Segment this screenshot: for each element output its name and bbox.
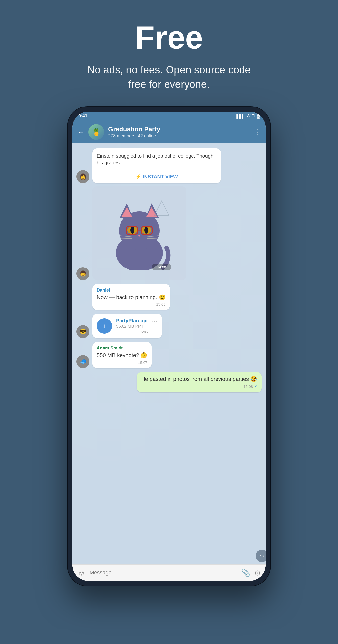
status-bar: 9:41 ▌▌▌ WiFi ▓ bbox=[72, 112, 266, 121]
instant-view-label: INSTANT VIEW bbox=[143, 174, 178, 180]
phone-outer: 9:41 ▌▌▌ WiFi ▓ ← 🍍 Graduation Party 278… bbox=[67, 107, 271, 586]
status-time: 9:41 bbox=[78, 114, 87, 119]
chat-bubble: Daniel Now — back to planning. 😉 15:06 bbox=[92, 284, 170, 310]
input-bar: ☺ 📎 ⊙ bbox=[72, 564, 266, 581]
chat-body: 👩 Einstein struggled to find a job out o… bbox=[72, 144, 266, 564]
message-row: 😎 ↓ PartyPlan.ppt 550.2 MB PPT 15:06 bbox=[76, 314, 262, 338]
file-download-button[interactable]: ↓ bbox=[97, 318, 112, 334]
lightning-icon: ⚡ bbox=[135, 174, 141, 179]
message-row: 🧢 Adam Smidt 550 MB keynote? 🤔 15:07 bbox=[76, 342, 262, 368]
group-name: Graduation Party bbox=[108, 125, 250, 133]
back-button[interactable]: ← bbox=[77, 128, 84, 136]
header-menu-button[interactable]: ⋮ bbox=[254, 128, 261, 136]
sender-name: Adam Smidt bbox=[97, 346, 147, 351]
sender-name: Daniel bbox=[97, 288, 166, 293]
phone-wrapper: 9:41 ▌▌▌ WiFi ▓ ← 🍍 Graduation Party 278… bbox=[67, 107, 271, 601]
group-info: Graduation Party 278 members, 42 online bbox=[108, 125, 250, 139]
avatar: 😎 bbox=[76, 325, 89, 338]
iv-text: Einstein struggled to find a job out of … bbox=[92, 148, 221, 170]
bubble-text: 550 MB keynote? 🤔 bbox=[97, 352, 147, 360]
file-info: PartyPlan.ppt 550.2 MB PPT 15:06 bbox=[116, 318, 148, 334]
cat-sticker-svg: 14:58 bbox=[105, 196, 174, 270]
instant-view-button[interactable]: ⚡ INSTANT VIEW bbox=[92, 170, 221, 183]
attach-button[interactable]: 📎 bbox=[241, 568, 250, 577]
message-row-outgoing: He pasted in photos from all previous pa… bbox=[76, 372, 262, 392]
hero-section: Free No ads, no fees. Open source code f… bbox=[72, 0, 266, 107]
battery-icon: ▓ bbox=[257, 114, 260, 118]
hero-title: Free bbox=[82, 20, 256, 55]
file-name: PartyPlan.ppt bbox=[116, 318, 148, 324]
sticker-container: A = πr² V = l² P = 2πr A = πr² s = √(r²+… bbox=[92, 186, 186, 280]
avatar: 👦 bbox=[76, 267, 89, 280]
svg-point-9 bbox=[144, 227, 148, 234]
wifi-icon: WiFi bbox=[247, 114, 255, 118]
bubble-text: He pasted in photos from all previous pa… bbox=[141, 376, 257, 383]
camera-button[interactable]: ⊙ bbox=[254, 568, 261, 577]
file-bubble: ↓ PartyPlan.ppt 550.2 MB PPT 15:06 ⋯ bbox=[92, 314, 162, 338]
read-check: ✓ bbox=[254, 384, 257, 389]
file-size: 550.2 MB PPT bbox=[116, 324, 148, 329]
message-input[interactable] bbox=[90, 570, 237, 576]
chat-header: ← 🍍 Graduation Party 278 members, 42 onl… bbox=[72, 121, 266, 144]
outgoing-bubble: He pasted in photos from all previous pa… bbox=[137, 372, 262, 392]
avatar-emoji: 👦 bbox=[80, 270, 86, 277]
avatar: 🧢 bbox=[76, 355, 89, 368]
hero-subtitle: No ads, no fees. Open source code free f… bbox=[82, 63, 256, 92]
bubble-time: 15:07 bbox=[97, 360, 147, 364]
iv-card: Einstein struggled to find a job out of … bbox=[92, 148, 221, 183]
avatar: 👩 bbox=[76, 170, 89, 183]
message-row: 👦 Daniel Now — back to planning. 😉 15:06 bbox=[76, 284, 262, 310]
svg-point-8 bbox=[130, 227, 134, 234]
emoji-button[interactable]: ☺ bbox=[77, 568, 86, 577]
chat-bubble: Adam Smidt 550 MB keynote? 🤔 15:07 bbox=[92, 342, 152, 368]
file-menu-button[interactable]: ⋯ bbox=[152, 318, 157, 324]
message-row: 👩 Einstein struggled to find a job out o… bbox=[76, 148, 262, 183]
bubble-time: 15:06 bbox=[97, 302, 166, 306]
bubble-time: 15:06 bbox=[116, 330, 148, 334]
sticker-row: 👦 A = πr² V = l² P = 2πr A = πr² s = √(r… bbox=[76, 186, 262, 280]
forward-button[interactable]: ↪ bbox=[256, 550, 266, 562]
group-avatar-emoji: 🍍 bbox=[92, 128, 101, 136]
forward-icon: ↪ bbox=[260, 553, 264, 559]
group-meta: 278 members, 42 online bbox=[108, 134, 250, 139]
group-avatar: 🍍 bbox=[88, 124, 104, 140]
signal-icon: ▌▌▌ bbox=[236, 114, 245, 118]
status-icons: ▌▌▌ WiFi ▓ bbox=[236, 114, 260, 118]
avatar-emoji: 👩 bbox=[80, 174, 86, 180]
bubble-time: 15:08 ✓ bbox=[141, 384, 257, 389]
svg-text:14:58: 14:58 bbox=[157, 265, 166, 269]
download-icon: ↓ bbox=[103, 322, 106, 330]
phone-screen: 9:41 ▌▌▌ WiFi ▓ ← 🍍 Graduation Party 278… bbox=[72, 112, 266, 581]
bubble-text: Now — back to planning. 😉 bbox=[97, 294, 166, 302]
